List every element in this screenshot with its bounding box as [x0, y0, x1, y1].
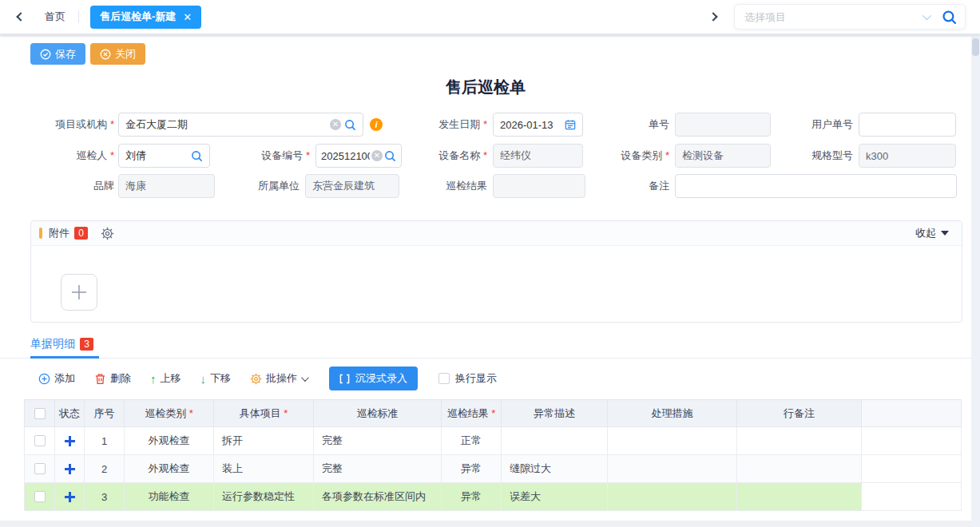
- delete-row-button[interactable]: 删除: [94, 371, 131, 386]
- row-checkbox[interactable]: [34, 491, 46, 502]
- result-input: [493, 174, 585, 198]
- cell-result[interactable]: 正常: [442, 427, 502, 455]
- tab-detail-list[interactable]: 单据明细 3: [30, 337, 93, 351]
- row-seq-cell: 1: [85, 427, 125, 455]
- column-header-status: 状态: [55, 400, 85, 427]
- cell-category[interactable]: 外观检查: [125, 455, 214, 483]
- column-header-result: 巡检结果 *: [442, 400, 502, 427]
- row-status-plus-icon[interactable]: [65, 464, 75, 474]
- cell-item[interactable]: 拆开: [214, 427, 314, 455]
- nav-back-icon[interactable]: [18, 14, 24, 20]
- project-select-input[interactable]: [744, 11, 922, 23]
- date-input[interactable]: 2026-01-13: [493, 113, 583, 137]
- cell-measure[interactable]: [608, 427, 737, 455]
- search-icon[interactable]: [942, 10, 957, 25]
- cell-result[interactable]: 异常: [442, 455, 502, 483]
- cell-result[interactable]: 异常: [442, 483, 502, 511]
- select-all-checkbox[interactable]: [34, 408, 46, 419]
- info-icon[interactable]: i: [370, 118, 383, 131]
- search-icon[interactable]: [344, 119, 356, 131]
- immersive-label: 沉浸式录入: [355, 371, 407, 386]
- gear-icon: [250, 373, 262, 385]
- filler-cell: [862, 483, 962, 511]
- device-type-value: 检测设备: [682, 149, 764, 163]
- table-body: 1外观检查拆开完整正常2外观检查装上完整异常缝隙过大3功能检查运行参数稳定性各项…: [25, 427, 962, 511]
- table-row: 2外观检查装上完整异常缝隙过大: [25, 455, 962, 483]
- wrap-display-checkbox[interactable]: [438, 373, 450, 384]
- date-field-label: 发生日期: [407, 113, 487, 137]
- inspector-field-label: 巡检人: [32, 144, 114, 168]
- cell-abnormal[interactable]: [502, 427, 608, 455]
- row-status-plus-icon[interactable]: [65, 492, 75, 502]
- inspector-value: 刘倩: [125, 149, 188, 163]
- caret-down-icon: [941, 231, 949, 236]
- collapse-toggle[interactable]: 收起: [915, 226, 949, 240]
- tab-close-icon[interactable]: ✕: [183, 12, 192, 22]
- tab-inspection-form-new[interactable]: 售后巡检单-新建 ✕: [90, 6, 201, 29]
- gear-icon[interactable]: [101, 227, 114, 240]
- row-checkbox[interactable]: [34, 435, 46, 446]
- clear-icon[interactable]: ✕: [330, 119, 341, 130]
- attachments-section: 附件 0 收起: [30, 220, 962, 323]
- tab-home[interactable]: 首页: [45, 10, 65, 24]
- user-order-no-input[interactable]: [859, 113, 956, 137]
- add-row-button[interactable]: 添加: [38, 371, 75, 386]
- batch-label: 批操作: [266, 371, 297, 386]
- vertical-scrollbar[interactable]: [971, 37, 980, 527]
- device-no-input[interactable]: 2025121003 ✕: [315, 144, 402, 168]
- immersive-entry-button[interactable]: 沉浸式录入: [329, 367, 418, 390]
- cell-item[interactable]: 运行参数稳定性: [214, 483, 314, 511]
- column-header-item: 具体项目 *: [214, 400, 314, 427]
- cell-abnormal[interactable]: 缝隙过大: [502, 455, 608, 483]
- column-header-standard: 巡检标准: [314, 400, 442, 427]
- clear-icon[interactable]: ✕: [371, 150, 383, 161]
- project-input[interactable]: 金石大厦二期 ✕: [118, 113, 363, 137]
- move-up-button[interactable]: ↑ 上移: [150, 371, 181, 386]
- device-no-value: 2025121003: [321, 150, 370, 162]
- cell-category[interactable]: 功能检查: [125, 483, 214, 511]
- cell-abnormal[interactable]: 误差大: [502, 483, 608, 511]
- brand-field-label: 品牌: [32, 174, 114, 198]
- project-field-label: 项目或机构: [32, 113, 114, 137]
- inspector-input[interactable]: 刘倩: [118, 144, 210, 168]
- cell-measure[interactable]: [608, 483, 737, 511]
- filler-column-header: [862, 400, 962, 427]
- calendar-icon[interactable]: [565, 119, 576, 130]
- batch-operation-button[interactable]: 批操作: [250, 371, 307, 386]
- save-button[interactable]: 保存: [30, 43, 85, 65]
- cell-category[interactable]: 外观检查: [125, 427, 214, 455]
- order-no-input: [675, 113, 771, 137]
- search-icon[interactable]: [384, 150, 396, 162]
- upload-attachment-button[interactable]: [61, 274, 97, 311]
- attachments-title: 附件: [49, 226, 69, 240]
- cell-measure[interactable]: [608, 455, 737, 483]
- cell-line-remark[interactable]: [737, 427, 862, 455]
- table-header-row: 状态序号巡检类别 *具体项目 *巡检标准巡检结果 *异常描述处理措施行备注: [25, 400, 962, 427]
- plus-icon: [69, 283, 89, 302]
- active-tab-label: 售后巡检单-新建: [100, 10, 176, 24]
- cell-line-remark[interactable]: [737, 483, 862, 511]
- cell-line-remark[interactable]: [737, 455, 862, 483]
- remark-input[interactable]: [675, 174, 957, 198]
- cell-standard[interactable]: 完整: [314, 427, 442, 455]
- scrollbar-thumb[interactable]: [972, 38, 979, 56]
- cell-standard[interactable]: 各项参数在标准区间内: [314, 483, 442, 511]
- cell-item[interactable]: 装上: [214, 455, 314, 483]
- device-type-input: 检测设备: [675, 144, 771, 168]
- move-down-button[interactable]: ↓ 下移: [200, 371, 232, 386]
- nav-forward-icon[interactable]: [710, 14, 716, 20]
- detail-table: 状态序号巡检类别 *具体项目 *巡检标准巡检结果 *异常描述处理措施行备注 1外…: [24, 399, 962, 511]
- row-status-plus-icon[interactable]: [65, 436, 75, 446]
- unit-value: 东营金辰建筑: [312, 179, 392, 193]
- chevron-down-icon[interactable]: [922, 11, 931, 20]
- search-icon[interactable]: [191, 150, 203, 162]
- save-button-label: 保存: [55, 47, 76, 61]
- row-checkbox[interactable]: [34, 463, 46, 474]
- unit-input: 东营金辰建筑: [305, 174, 399, 198]
- detail-toolbar: 添加 删除 ↑ 上移 ↓ 下移 批操作 沉浸式录入 换行显示: [38, 367, 497, 390]
- row-seq-cell: 2: [85, 455, 125, 483]
- close-button[interactable]: 关闭: [90, 43, 145, 65]
- order-no-field-label: 单号: [589, 113, 669, 137]
- date-value: 2026-01-13: [500, 119, 561, 131]
- cell-standard[interactable]: 完整: [314, 455, 442, 483]
